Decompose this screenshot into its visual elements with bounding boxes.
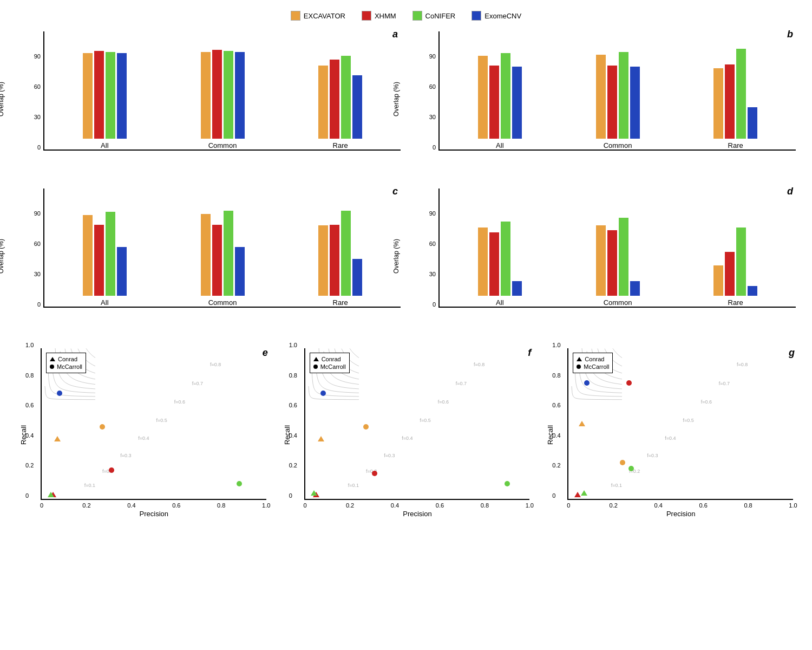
- x-tick-0.2: 0.2: [346, 502, 354, 509]
- y-tick: 90: [422, 53, 436, 60]
- svg-text:f=0.1: f=0.1: [611, 483, 622, 488]
- bars: [201, 198, 245, 296]
- scatter-legend-item: McCarroll: [313, 363, 346, 370]
- svg-text:f=0.8: f=0.8: [737, 362, 748, 367]
- x-tick-0: 0: [304, 502, 307, 509]
- svg-text:f=0.5: f=0.5: [683, 418, 694, 423]
- svg-text:f=0.3: f=0.3: [647, 453, 658, 458]
- y-tick-1.0: 1.0: [289, 342, 297, 348]
- scatter-chart-e: eRecallPrecisionf=0.9f=0.8f=0.7f=0.6f=0.…: [11, 343, 274, 527]
- bar-excavator: [201, 52, 211, 139]
- bars: [478, 41, 522, 139]
- svg-text:f=0.1: f=0.1: [348, 483, 358, 488]
- scatter-legend-item: Conrad: [313, 356, 346, 362]
- y-tick: 60: [422, 83, 436, 90]
- y-tick-0.6: 0.6: [289, 402, 297, 408]
- x-tick-0.6: 0.6: [699, 502, 707, 509]
- legend-color-box: [472, 11, 481, 21]
- x-tick-0: 0: [40, 502, 43, 509]
- bar-group-label: Rare: [728, 141, 743, 150]
- bar-exomecnv: [748, 286, 757, 296]
- y-tick-0.2: 0.2: [552, 462, 560, 469]
- bar-xhmm: [94, 51, 104, 139]
- bars: [318, 41, 362, 139]
- bar-conifer: [106, 212, 115, 296]
- y-tick: 30: [422, 114, 436, 120]
- legend-item-conifer: CoNIFER: [412, 11, 456, 21]
- scatter-point: [100, 424, 105, 430]
- top-bar-charts: aOverlap (%)0306090AllCommonRare bOverla…: [11, 26, 801, 172]
- y-tick: 30: [422, 271, 436, 277]
- y-axis-label: Overlap (%): [0, 239, 5, 274]
- scatter-point: [54, 436, 61, 441]
- main-container: EXCAVATORXHMMCoNIFERExomeCNV aOverlap (%…: [0, 0, 812, 650]
- scatter-point: [318, 436, 324, 441]
- bar-excavator: [318, 66, 328, 139]
- scatter-legend-label: McCarroll: [584, 363, 609, 370]
- svg-text:f=0.6: f=0.6: [437, 399, 448, 405]
- bar-xhmm: [330, 60, 339, 139]
- legend-color-box: [412, 11, 422, 21]
- scatter-point: [584, 380, 590, 386]
- bar-group: Common: [171, 198, 275, 307]
- legend-label: EXCAVATOR: [304, 12, 345, 20]
- y-tick: 90: [422, 210, 436, 217]
- bar-group: Common: [566, 41, 670, 150]
- bar-group-label: Common: [208, 298, 237, 307]
- bar-excavator: [83, 53, 93, 139]
- bars: [478, 198, 522, 296]
- legend: EXCAVATORXHMMCoNIFERExomeCNV: [11, 11, 801, 21]
- bar-group-label: All: [496, 141, 503, 150]
- scatter-legend: ConradMcCarroll: [310, 353, 350, 373]
- svg-text:f=0.8: f=0.8: [210, 362, 221, 367]
- bar-xhmm: [607, 230, 617, 296]
- y-tick-0.6: 0.6: [25, 402, 34, 408]
- y-axis-label: Overlap (%): [392, 239, 400, 274]
- scatter-point: [237, 481, 242, 486]
- y-tick: 90: [27, 210, 41, 217]
- svg-text:f=0.7: f=0.7: [455, 381, 466, 386]
- bar-excavator: [478, 56, 488, 139]
- svg-text:f=0.4: f=0.4: [138, 435, 149, 441]
- x-tick-1.0: 1.0: [262, 502, 270, 509]
- scatter-legend-label: McCarroll: [320, 363, 346, 370]
- bar-conifer: [501, 53, 510, 139]
- bar-groups: AllCommonRare: [44, 209, 401, 307]
- scatter-legend-label: Conrad: [585, 356, 604, 362]
- x-tick-0.4: 0.4: [391, 502, 399, 509]
- x-tick-1.0: 1.0: [789, 502, 797, 509]
- x-tick-0.2: 0.2: [610, 502, 618, 509]
- bar-chart-d: dOverlap (%)0306090AllCommonRare: [406, 183, 801, 329]
- bar-xhmm: [607, 66, 617, 139]
- legend-label: CoNIFER: [425, 12, 456, 20]
- y-tick: 60: [422, 240, 436, 247]
- legend-item-exomecnv: ExomeCNV: [472, 11, 521, 21]
- bar-group: Rare: [288, 41, 392, 150]
- x-tick-0.4: 0.4: [654, 502, 663, 509]
- y-tick-0.2: 0.2: [289, 462, 297, 469]
- scatter-chart-f: fRecallPrecisionf=0.9f=0.8f=0.7f=0.6f=0.…: [274, 343, 538, 527]
- svg-text:f=0.8: f=0.8: [474, 362, 484, 367]
- svg-text:f=0.5: f=0.5: [420, 418, 430, 423]
- bar-group: Rare: [683, 41, 788, 150]
- y-tick: 60: [27, 240, 41, 247]
- bar-conifer: [106, 52, 115, 139]
- chart-area: AllCommonRare: [43, 188, 401, 308]
- x-tick-0.8: 0.8: [481, 502, 489, 509]
- y-tick: 0: [422, 301, 436, 308]
- y-tick-1.0: 1.0: [552, 342, 560, 348]
- y-tick-0.8: 0.8: [289, 372, 297, 379]
- bar-conifer: [736, 227, 746, 296]
- y-tick-0: 0: [289, 492, 292, 499]
- bar-excavator: [318, 225, 328, 296]
- mid-bar-charts: cOverlap (%)0306090AllCommonRare dOverla…: [11, 183, 801, 329]
- bar-chart-c: cOverlap (%)0306090AllCommonRare: [11, 183, 406, 329]
- bar-excavator: [201, 214, 211, 296]
- bar-exomecnv: [748, 107, 757, 139]
- chart-area: AllCommonRare: [43, 31, 401, 151]
- bar-excavator: [713, 68, 723, 139]
- bar-exomecnv: [512, 67, 522, 139]
- bar-exomecnv: [352, 75, 362, 139]
- scatter-legend-label: Conrad: [58, 356, 77, 362]
- bar-xhmm: [489, 232, 499, 296]
